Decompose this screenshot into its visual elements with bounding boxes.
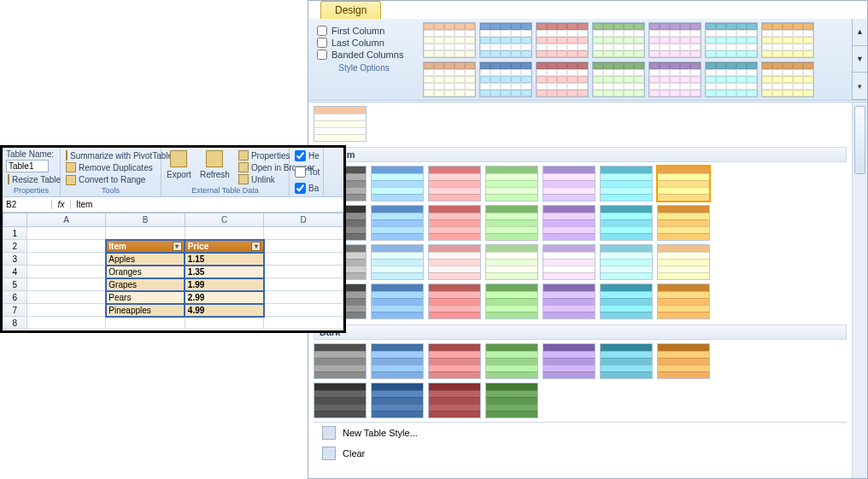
table-style-swatch[interactable] [536,22,589,58]
table-style-swatch[interactable] [542,343,595,379]
formula-value[interactable]: Item [71,200,97,209]
table-style-swatch[interactable] [705,61,758,97]
cell[interactable] [26,304,106,317]
cell[interactable] [26,291,106,304]
row-header[interactable]: 8 [3,317,27,330]
cell[interactable]: Item▾ [106,240,185,253]
table-style-swatch[interactable] [485,343,538,379]
cell[interactable]: Price▾ [185,240,264,253]
cell[interactable]: Pears [106,291,185,304]
table-style-swatch[interactable] [592,22,645,58]
table-style-swatch[interactable] [485,383,538,418]
cell[interactable] [264,227,343,240]
cell[interactable] [264,291,343,304]
cell[interactable] [26,240,106,253]
cell[interactable] [185,317,264,330]
gallery-vscrollbar[interactable] [852,102,867,478]
col-header[interactable]: B [106,213,185,227]
fx-icon[interactable]: fx [52,200,71,209]
cell[interactable] [26,227,106,240]
table-style-swatch[interactable] [423,61,476,97]
table-style-swatch[interactable] [657,343,710,379]
table-style-swatch[interactable] [314,383,367,418]
table-style-swatch[interactable] [705,22,758,58]
cell[interactable] [264,240,343,253]
cell[interactable]: 1.35 [185,266,264,278]
resize-table-button[interactable]: Resize Table [6,173,56,185]
cell[interactable] [264,317,343,330]
table-style-swatch[interactable] [657,244,710,280]
table-style-swatch[interactable] [761,61,814,97]
table-style-swatch[interactable] [428,283,481,319]
cell[interactable]: Oranges [106,266,185,278]
cell[interactable]: Pineapples [106,304,185,317]
table-style-swatch[interactable] [485,166,538,202]
total-row-checkbox[interactable]: Tot [293,166,320,178]
table-style-swatch[interactable] [428,205,481,241]
table-style-swatch[interactable] [657,205,710,241]
table-style-swatch[interactable] [428,244,481,280]
table-style-swatch[interactable] [371,244,424,280]
table-style-swatch[interactable] [600,166,653,202]
cell[interactable] [106,227,185,240]
cell[interactable] [264,278,343,291]
cell[interactable] [26,266,106,278]
table-style-swatch[interactable] [542,166,595,202]
table-style-swatch[interactable] [371,283,424,319]
cell[interactable] [264,304,343,317]
convert-range-button[interactable]: Convert to Range [64,174,157,186]
table-style-swatch[interactable] [657,166,710,202]
table-style-swatch[interactable] [542,244,595,280]
table-style-swatch[interactable] [428,383,481,418]
table-style-swatch[interactable] [761,22,814,58]
gallery-scroll-up[interactable]: ▲ [853,19,867,46]
col-header[interactable]: C [185,213,264,227]
table-style-swatch[interactable] [371,205,424,241]
table-style-swatch[interactable] [485,283,538,319]
table-style-swatch[interactable] [542,205,595,241]
table-style-swatch[interactable] [479,22,532,58]
gallery-scroll-down[interactable]: ▼ [853,46,867,73]
first-column-checkbox[interactable]: First Column [317,26,411,36]
new-table-style-button[interactable]: New Table Style... [314,423,847,443]
cell[interactable] [264,266,343,278]
last-column-checkbox[interactable]: Last Column [317,38,411,48]
cell[interactable] [26,253,106,266]
cell[interactable]: 2.99 [185,291,264,304]
table-style-swatch[interactable] [542,283,595,319]
table-style-swatch[interactable] [428,166,481,202]
banded-columns-checkbox[interactable]: Banded Columns [317,50,411,60]
cell[interactable] [106,317,185,330]
table-style-swatch[interactable] [371,383,424,418]
cell[interactable]: 1.15 [185,253,264,266]
table-style-swatch[interactable] [485,205,538,241]
table-style-swatch[interactable] [600,205,653,241]
table-style-swatch[interactable] [648,61,701,97]
cell[interactable]: 4.99 [185,304,264,317]
table-style-swatch[interactable] [371,343,424,379]
remove-duplicates-button[interactable]: Remove Duplicates [64,161,157,173]
export-button[interactable]: Export [165,149,193,185]
table-style-swatch[interactable] [371,166,424,202]
row-header[interactable]: 3 [3,253,27,266]
table-style-swatch[interactable] [479,61,532,97]
row-header[interactable]: 7 [3,304,27,317]
cell[interactable] [264,253,343,266]
table-style-swatch[interactable] [648,22,701,58]
table-style-swatch[interactable] [600,283,653,319]
row-header[interactable]: 4 [3,266,27,278]
name-box[interactable]: B2 [3,200,52,209]
row-header[interactable]: 5 [3,278,27,291]
table-style-swatch[interactable] [485,244,538,280]
table-style-swatch[interactable] [592,61,645,97]
table-style-swatch[interactable] [600,343,653,379]
table-style-swatch[interactable] [314,106,367,142]
cell[interactable] [26,317,106,330]
table-name-input[interactable] [6,160,49,172]
tab-design[interactable]: Design [320,1,381,19]
table-style-swatch[interactable] [600,244,653,280]
row-header[interactable]: 1 [3,227,27,240]
cell[interactable]: Grapes [106,278,185,291]
cell[interactable] [26,278,106,291]
mini-worksheet[interactable]: ABCD12Item▾Price▾3Apples1.154Oranges1.35… [3,213,343,330]
